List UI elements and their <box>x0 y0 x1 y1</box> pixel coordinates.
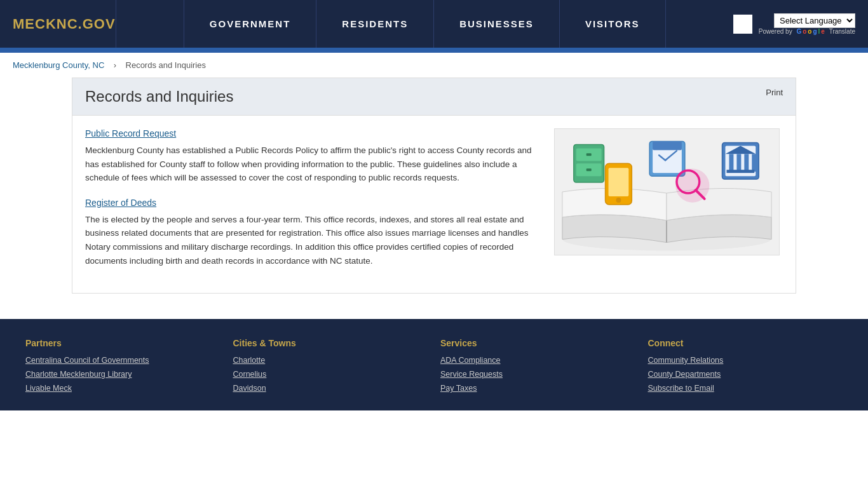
footer-connect: Connect Community Relations County Depar… <box>648 338 843 398</box>
public-record-text: Mecklenburg County has established a Pub… <box>85 144 535 185</box>
content-left: Public Record Request Mecklenburg County… <box>85 128 535 280</box>
svg-rect-4 <box>587 153 592 156</box>
svg-rect-20 <box>609 168 629 196</box>
footer-link-ada[interactable]: ADA Compliance <box>440 356 635 365</box>
public-record-link[interactable]: Public Record Request <box>85 128 535 139</box>
footer-link-community-relations[interactable]: Community Relations <box>648 356 843 365</box>
footer-grid: Partners Centralina Council of Governmen… <box>25 338 843 398</box>
google-g-letter: G <box>796 28 801 35</box>
site-header: MECKNC.GOV GOVERNMENT RESIDENTS BUSINESS… <box>0 0 868 48</box>
footer-cities: Cities & Towns Charlotte Cornelius David… <box>233 338 428 398</box>
footer-connect-heading: Connect <box>648 338 843 348</box>
svg-rect-8 <box>653 141 682 150</box>
svg-rect-13 <box>729 154 733 172</box>
svg-rect-18 <box>726 170 754 173</box>
footer-link-county-departments[interactable]: County Departments <box>648 370 843 379</box>
register-deeds-text: The is elected by the people and serves … <box>85 213 535 268</box>
logo-nc: NC.GOV <box>57 16 116 32</box>
content-area: Public Record Request Mecklenburg County… <box>85 128 783 280</box>
footer-link-livablemeck[interactable]: Livable Meck <box>25 384 220 393</box>
site-logo[interactable]: MECKNC.GOV <box>13 16 116 32</box>
footer-link-pay-taxes[interactable]: Pay Taxes <box>440 384 635 393</box>
svg-rect-7 <box>653 147 682 173</box>
svg-rect-5 <box>587 168 592 171</box>
translate-area: Select Language Powered by Google Transl… <box>759 13 855 35</box>
footer-link-service-requests[interactable]: Service Requests <box>440 370 635 379</box>
footer-link-cornelius[interactable]: Cornelius <box>233 370 428 379</box>
main-nav: GOVERNMENT RESIDENTS BUSINESSES VISITORS <box>116 0 733 48</box>
google-l-letter: l <box>818 28 820 35</box>
footer-link-centralina[interactable]: Centralina Council of Governments <box>25 356 220 365</box>
svg-point-21 <box>616 198 621 203</box>
register-deeds-link[interactable]: Register of Deeds <box>85 198 535 208</box>
breadcrumb-separator: › <box>114 60 116 70</box>
main-content: Records and Inquiries Print Public Recor… <box>59 78 809 319</box>
header-accent-bar <box>0 48 868 53</box>
footer-partners: Partners Centralina Council of Governmen… <box>25 338 220 398</box>
footer-link-library[interactable]: Charlotte Mecklenburg Library <box>25 370 220 379</box>
records-illustration <box>554 128 780 255</box>
nav-residents[interactable]: RESIDENTS <box>316 0 434 48</box>
footer-partners-heading: Partners <box>25 338 220 348</box>
page-container: Records and Inquiries Print Public Recor… <box>72 78 796 294</box>
google-o2-letter: o <box>808 28 811 35</box>
page-body: Public Record Request Mecklenburg County… <box>72 116 796 293</box>
logo-meck: MECK <box>13 16 57 32</box>
language-select[interactable]: Select Language <box>774 13 855 28</box>
page-header: Records and Inquiries Print <box>72 78 796 116</box>
google-o1-letter: o <box>803 28 806 35</box>
svg-rect-14 <box>736 154 741 172</box>
footer-cities-heading: Cities & Towns <box>233 338 428 348</box>
logo-area[interactable]: MECKNC.GOV <box>13 0 116 48</box>
nav-businesses[interactable]: BUSINESSES <box>434 0 560 48</box>
google-g2-letter: g <box>813 28 817 35</box>
google-e-letter: e <box>821 28 825 35</box>
svg-rect-15 <box>744 154 749 172</box>
footer-services: Services ADA Compliance Service Requests… <box>440 338 635 398</box>
footer-link-davidson[interactable]: Davidson <box>233 384 428 393</box>
nav-government[interactable]: GOVERNMENT <box>184 0 317 48</box>
nav-visitors[interactable]: VISITORS <box>560 0 666 48</box>
powered-by-text: Powered by Google Translate <box>759 28 855 35</box>
svg-rect-16 <box>752 154 756 172</box>
search-button[interactable] <box>733 15 752 34</box>
content-right <box>554 128 783 280</box>
footer-link-subscribe[interactable]: Subscribe to Email <box>648 384 843 393</box>
breadcrumb-home[interactable]: Mecklenburg County, NC <box>13 60 104 70</box>
footer-link-charlotte[interactable]: Charlotte <box>233 356 428 365</box>
footer-services-heading: Services <box>440 338 635 348</box>
breadcrumb-current: Records and Inquiries <box>126 60 206 70</box>
site-footer: Partners Centralina Council of Governmen… <box>0 319 868 410</box>
header-right: Select Language Powered by Google Transl… <box>733 13 855 35</box>
page-title: Records and Inquiries <box>85 88 233 105</box>
print-link[interactable]: Print <box>766 88 783 97</box>
breadcrumb: Mecklenburg County, NC › Records and Inq… <box>0 53 868 78</box>
